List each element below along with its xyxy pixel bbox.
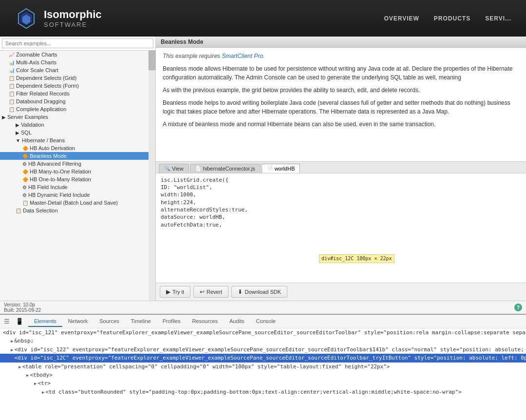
content-body: This example requires SmartClient Pro. B… — [156, 48, 526, 161]
help-icon[interactable]: ? — [514, 304, 522, 311]
tree-icon-dependent-selects-form: 📋 — [9, 83, 15, 89]
tree-label-hb-advanced-filtering: HB Advanced Filtering — [28, 161, 81, 167]
revert-button[interactable]: ↩ Revert — [193, 286, 228, 298]
tab-worldhb[interactable]: 📄 worldHB — [262, 164, 301, 173]
tree-item-hibernate-beans[interactable]: ▼Hibernate / Beans — [0, 136, 155, 144]
scrollbar-thumb[interactable] — [149, 51, 155, 70]
try-it-button[interactable]: ▶ Try it — [160, 286, 190, 298]
tree-item-beanless-mode[interactable]: 🔶Beanless Mode — [0, 152, 155, 160]
scrollbar-track[interactable] — [149, 51, 155, 301]
devtools-tab-profiles[interactable]: Profiles — [157, 316, 187, 327]
devtools-line-content-4: <table role="presentation" cellspacing="… — [22, 363, 390, 370]
status-bar: Version: 10.0p Built: 2015-09-22 ? — [0, 301, 526, 314]
nav-overview[interactable]: OVERVIEW — [384, 15, 419, 22]
expand-arrow-7[interactable]: ▶ — [42, 389, 44, 396]
tree-item-sql[interactable]: ▶SQL — [0, 129, 155, 136]
tree-item-dependent-selects-form[interactable]: 📋Dependent Selects (Form) — [0, 82, 155, 90]
tree-item-dependent-selects-grid[interactable]: 📋Dependent Selects (Grid) — [0, 74, 155, 82]
tree-item-hb-dynamic-field-include[interactable]: ⚙HB Dynamic Field Include — [0, 191, 155, 199]
status-info: Version: 10.0p Built: 2015-09-22 — [4, 302, 41, 313]
tree-label-master-detail: Master-Detail (Batch Load and Save) — [30, 200, 118, 206]
tree-label-databound-dragging: Databound Dragging — [16, 98, 66, 104]
tree-icon-hb-many-to-one: 🔶 — [22, 169, 28, 174]
expand-arrow-1[interactable]: ▶ — [11, 338, 13, 344]
revert-icon: ↩ — [200, 288, 205, 295]
tree-icon-dependent-selects-grid: 📋 — [9, 76, 15, 81]
devtools-line-5[interactable]: ▶ <tbody> — [0, 371, 526, 379]
tab-hibernate-connector[interactable]: 📄 hibernateConnector.js — [190, 164, 261, 173]
tree-label-dependent-selects-grid: Dependent Selects (Grid) — [16, 75, 76, 81]
tree-icon-hibernate-beans: ▼ — [16, 138, 20, 143]
worldhb-tab-icon: 📄 — [267, 166, 273, 171]
version-text: Version: 10.0p — [4, 302, 41, 307]
tab-view[interactable]: 🔍 View — [159, 164, 189, 173]
expand-arrow-2[interactable]: ▶ — [11, 347, 13, 353]
devtools-panel: ☰ 📱 Elements Network Sources Timeline Pr… — [0, 314, 526, 420]
tree-label-zoomable-charts: Zoomable Charts — [16, 52, 57, 57]
expand-arrow-5[interactable]: ▶ — [26, 372, 29, 379]
right-panel: Beanless Mode This example requires Smar… — [156, 37, 526, 301]
tree-item-filter-related-records[interactable]: 📋Filter Related Records — [0, 90, 155, 97]
expand-arrow-6[interactable]: ▶ — [34, 381, 37, 387]
devtools-line-3[interactable]: ▶ <div id="isc_12C" eventproxy="featureE… — [0, 354, 526, 362]
nav-servi[interactable]: SERVI... — [485, 15, 511, 22]
tree-item-complete-application[interactable]: 📋Complete Application — [0, 105, 155, 113]
tree-label-hibernate-beans: Hibernate / Beans — [22, 137, 65, 143]
content-intro: This example requires SmartClient Pro. — [163, 53, 519, 59]
left-panel: 📈Zoomable Charts📊Multi-Axis Charts📊Color… — [0, 37, 156, 301]
tree-item-validation[interactable]: ▶Validation — [0, 121, 155, 129]
devtools-line-6[interactable]: ▶ <tr> — [0, 379, 526, 387]
smartclient-link[interactable]: SmartClient Pro — [222, 53, 263, 59]
devtools-line-4[interactable]: ▶ <table role="presentation" cellspacing… — [0, 363, 526, 371]
tree-item-hb-one-to-many[interactable]: 🔶HB One-to-Many Relation — [0, 175, 155, 183]
devtools-line-2[interactable]: ▶ <div id="isc_122" eventproxy="featureE… — [0, 345, 526, 354]
tree-item-databound-dragging[interactable]: 📋Databound Dragging — [0, 97, 155, 105]
devtools-tab-resources[interactable]: Resources — [186, 316, 224, 327]
tree-label-dependent-selects-form: Dependent Selects (Form) — [16, 83, 79, 89]
code-line: isc.ListGrid.create({ — [161, 176, 521, 184]
expand-arrow-3[interactable]: ▶ — [11, 355, 13, 362]
devtools-line-content-3: <div id="isc_12C" eventproxy="featureExp… — [14, 355, 526, 361]
devtools-line-1[interactable]: ▶ &nbsp; — [0, 337, 526, 345]
expand-arrow-4[interactable]: ▶ — [19, 364, 21, 370]
devtools-tab-console[interactable]: Console — [250, 316, 282, 327]
devtools-tab-audits[interactable]: Audits — [224, 316, 250, 327]
tree-label-validation: Validation — [21, 122, 44, 128]
devtools-line-0[interactable]: <div id="isc_121" eventproxy="featureExp… — [0, 328, 526, 337]
devtools-tab-elements[interactable]: Elements — [28, 316, 62, 327]
code-line: dataSource: worldHB, — [161, 213, 521, 221]
tree-item-hb-advanced-filtering[interactable]: ⚙HB Advanced Filtering — [0, 160, 155, 168]
devtools-tab-timeline[interactable]: Timeline — [125, 316, 157, 327]
search-input[interactable] — [2, 38, 153, 48]
tree-item-multi-axis-charts[interactable]: 📊Multi-Axis Charts — [0, 58, 155, 66]
tree-label-hb-one-to-many: HB One-to-Many Relation — [30, 176, 91, 182]
tree-item-hb-auto-derivation[interactable]: 🔶HB Auto Derivation — [0, 144, 155, 152]
revert-label: Revert — [207, 289, 222, 295]
tree-item-data-selection[interactable]: 📋Data Selection — [0, 207, 155, 214]
tree-icon-filter-related-records: 📋 — [9, 91, 15, 96]
devtools-tab-sources[interactable]: Sources — [94, 316, 125, 327]
devtools-mobile-icon[interactable]: 📱 — [15, 317, 24, 326]
tree-label-color-scale-chart: Color Scale Chart — [16, 67, 58, 73]
code-line: width:1000, — [161, 191, 521, 198]
tab-bar: 🔍 View 📄 hibernateConnector.js 📄 worldHB — [156, 161, 526, 173]
logo-area: Isomorphic SOFTWARE — [15, 7, 102, 30]
devtools-tab-network[interactable]: Network — [62, 316, 94, 327]
tree-item-server-examples[interactable]: ▶Server Examples — [0, 113, 155, 121]
try-it-label: Try it — [172, 289, 184, 295]
tree-item-hb-many-to-one[interactable]: 🔶HB Many-to-One Relation — [0, 168, 155, 175]
nav-products[interactable]: PRODUCTS — [434, 15, 470, 22]
tree-item-zoomable-charts[interactable]: 📈Zoomable Charts — [0, 51, 155, 58]
tree-label-hb-many-to-one: HB Many-to-One Relation — [30, 169, 91, 174]
tree-label-data-selection: Data Selection — [23, 208, 58, 213]
devtools-line-7[interactable]: ▶ <td class="buttonRounded" style="paddi… — [0, 388, 526, 396]
tree-item-color-scale-chart[interactable]: 📊Color Scale Chart — [0, 66, 155, 74]
action-bar: ▶ Try it ↩ Revert ⬇ Download SDK — [156, 283, 526, 301]
tree-icon-databound-dragging: 📋 — [9, 99, 15, 104]
tab-view-label: View — [172, 166, 184, 172]
tree-item-master-detail[interactable]: 📋Master-Detail (Batch Load and Save) — [0, 199, 155, 207]
tree-item-hb-field-include[interactable]: ⚙HB Field Include — [0, 183, 155, 191]
devtools-line-content-5: <tbody> — [30, 372, 52, 378]
download-sdk-button[interactable]: ⬇ Download SDK — [231, 286, 287, 298]
devtools-menu-icon[interactable]: ☰ — [3, 317, 11, 326]
